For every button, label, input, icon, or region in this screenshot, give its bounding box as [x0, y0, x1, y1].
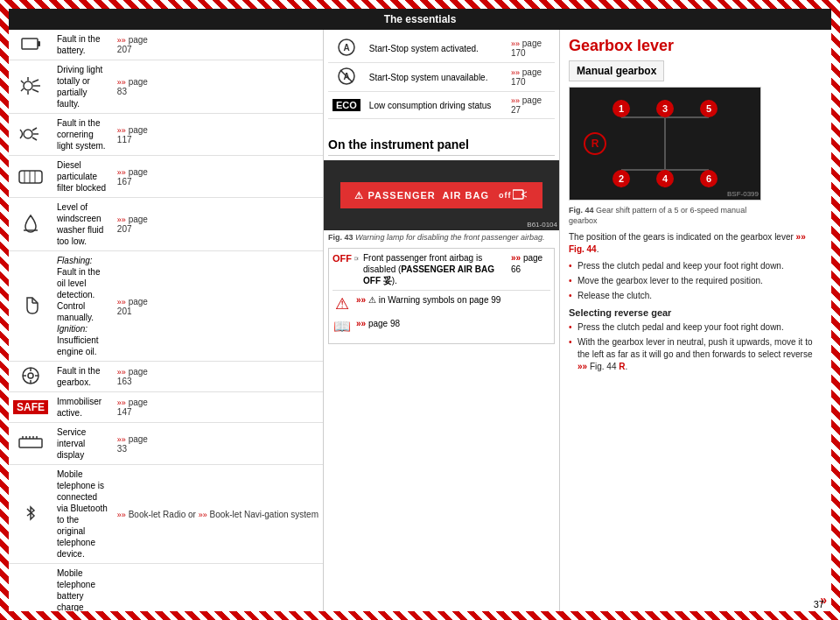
- airbag-warning-symbol: ⚠: [354, 190, 364, 201]
- bullet-clutch-reverse: Press the clutch pedal and keep your foo…: [569, 321, 822, 334]
- gearbox-title: Gearbox lever: [569, 37, 822, 55]
- oil-desc: Flashing: Fault in the oil level detecti…: [52, 251, 113, 362]
- page98-row: 📖 »» page 98: [332, 318, 550, 336]
- table-row: Diesel particulate filter blocked »» pag…: [9, 156, 323, 198]
- main-content: The essentials Fault in the battery. »» …: [9, 9, 831, 611]
- warning-table: Fault in the battery. »» page207 Driving…: [9, 30, 323, 611]
- table-row: A Start-Stop system activated. »» page17…: [328, 34, 555, 63]
- eco-desc: Low consumption driving status: [365, 92, 507, 119]
- table-row: ECO Low consumption driving status »» pa…: [328, 92, 555, 119]
- washer-fluid-icon: [9, 198, 52, 251]
- fig44-ref: BSF-0399: [727, 190, 759, 198]
- start-stop-unavailable-desc: Start-Stop system unavailable.: [365, 63, 507, 92]
- fig44-caption: Fig. 44 Gear shift pattern of a 5 or 6-s…: [569, 206, 761, 226]
- svg-text:1: 1: [619, 103, 624, 114]
- gearbox-fault-page: »» page163: [113, 362, 323, 392]
- driving-light-page: »» page83: [113, 60, 323, 114]
- svg-text:3: 3: [662, 103, 668, 114]
- page98-text: »» page 98: [356, 318, 400, 329]
- eco-page: »» page27: [507, 92, 555, 119]
- bullet-release-clutch: Release the clutch.: [569, 290, 822, 302]
- airbag-off-text: off: [499, 189, 529, 201]
- svg-point-3: [24, 81, 32, 90]
- warning-symbols-text: »» ⚠ in Warning symbols on page 99: [356, 294, 500, 306]
- svg-line-10: [21, 88, 24, 91]
- washer-fluid-page: »» page207: [113, 198, 323, 251]
- svg-rect-15: [19, 171, 42, 183]
- instrument-panel-heading: On the instrument panel: [328, 137, 555, 156]
- svg-text:A: A: [343, 43, 349, 53]
- cornering-light-desc: Fault in the cornering light system.: [52, 114, 113, 156]
- svg-text:R: R: [592, 137, 599, 150]
- start-stop-unavailable-icon: A: [328, 63, 365, 92]
- middle-panel: A Start-Stop system activated. »» page17…: [324, 30, 560, 611]
- fig44-caption-text: Gear shift pattern of a 5 or 6-speed man…: [569, 206, 746, 225]
- fig43-caption: Fig. 43 Warning lamp for disabling the f…: [324, 230, 559, 244]
- table-row: Driving light totally or partially fault…: [9, 60, 323, 114]
- start-stop-active-page: »» page170: [507, 34, 555, 63]
- bullet-clutch-down: Press the clutch pedal and keep your foo…: [569, 260, 822, 272]
- bullet-neutral-reverse: With the gearbox lever in neutral, push …: [569, 336, 822, 373]
- start-stop-active-desc: Start-Stop system activated.: [365, 34, 507, 63]
- svg-point-11: [24, 130, 32, 138]
- gearbox-fault-desc: Fault in the gearbox.: [52, 362, 113, 392]
- diesel-filter-desc: Diesel particulate filter blocked: [52, 156, 113, 198]
- warning-symbols-row: ⚠ »» ⚠ in Warning symbols on page 99: [332, 290, 550, 314]
- immobiliser-page: »» page147: [113, 392, 323, 423]
- table-row: Service interval display »» page33: [9, 423, 323, 465]
- fig44-r-link[interactable]: Fig. 44: [590, 362, 617, 371]
- page-number: 37: [814, 599, 824, 609]
- bluetooth-desc: Mobile telephone is connected via Blueto…: [52, 465, 113, 564]
- washer-fluid-desc: Level of windscreen washer fluid too low…: [52, 198, 113, 251]
- svg-rect-0: [22, 39, 38, 49]
- content-area: Fault in the battery. »» page207 Driving…: [9, 30, 831, 611]
- service-interval-page: »» page33: [113, 423, 323, 465]
- oil-icon: [9, 251, 52, 362]
- svg-line-46: [522, 194, 527, 197]
- eco-badge: ECO: [332, 99, 360, 111]
- diesel-filter-icon: [9, 156, 52, 198]
- airbag-disabled-text: Front passenger front airbag is disabled…: [363, 252, 507, 286]
- table-row: A Start-Stop system unavailable. »» page…: [328, 63, 555, 92]
- fig43-ref: B61-0104: [527, 221, 557, 229]
- bullet-move-lever: Move the gearbox lever to the required p…: [569, 275, 822, 287]
- svg-line-5: [32, 80, 38, 82]
- warning-box-airbag-row: OFF Front passenger front airbag is disa…: [332, 252, 550, 286]
- gearbox-body-text: The position of the gears is indicated o…: [569, 231, 822, 256]
- phone-battery-page: »» Book-let Navi-gation system: [113, 564, 323, 612]
- immobiliser-desc: Immobiliser active.: [52, 392, 113, 423]
- page-header: The essentials: [9, 9, 831, 30]
- svg-text:2: 2: [619, 173, 624, 184]
- manual-gearbox-label: Manual gearbox: [569, 60, 664, 81]
- svg-rect-2: [24, 40, 36, 47]
- driving-light-desc: Driving light totally or partially fault…: [52, 60, 113, 114]
- svg-text:4: 4: [662, 173, 668, 184]
- oil-page: »» page201: [113, 251, 323, 362]
- table-row: Fault in the battery. »» page207: [9, 30, 323, 60]
- svg-rect-1: [38, 41, 40, 46]
- table-row: SAFE Immobiliser active. »» page147: [9, 392, 323, 423]
- middle-warning-table: A Start-Stop system activated. »» page17…: [328, 34, 555, 119]
- start-stop-unavailable-page: »» page170: [507, 63, 555, 92]
- battery-icon: [9, 30, 52, 60]
- safe-icon: SAFE: [9, 392, 52, 423]
- warning-box: OFF Front passenger front airbag is disa…: [328, 248, 555, 344]
- table-row: Fault in the gearbox. »» page163: [9, 362, 323, 392]
- start-stop-active-icon: A: [328, 34, 365, 63]
- airbag-disabled-page: »» page66: [511, 252, 550, 275]
- book-icon: 📖: [332, 318, 352, 336]
- cornering-light-icon: [9, 114, 52, 156]
- right-panel: Gearbox lever Manual gearbox: [560, 30, 831, 611]
- dashboard-image: ⚠ PASSENGER AIR BAG off B61-0104: [324, 160, 559, 230]
- table-row: Flashing: Fault in the oil level detecti…: [9, 251, 323, 362]
- header-title: The essentials: [384, 13, 457, 25]
- airbag-warning-display: ⚠ PASSENGER AIR BAG off: [340, 182, 543, 208]
- fig43-caption-text: Warning lamp for disabling the front pas…: [355, 233, 544, 242]
- battery-fault-desc: Fault in the battery.: [52, 30, 113, 60]
- table-row: Level of windscreen washer fluid too low…: [9, 198, 323, 251]
- fig44-link[interactable]: Fig. 44: [569, 244, 597, 254]
- svg-line-9: [21, 81, 24, 83]
- middle-top: A Start-Stop system activated. »» page17…: [324, 30, 559, 130]
- reverse-gear-heading: Selecting reverse gear: [569, 307, 822, 318]
- table-row: Fault in the cornering light system. »» …: [9, 114, 323, 156]
